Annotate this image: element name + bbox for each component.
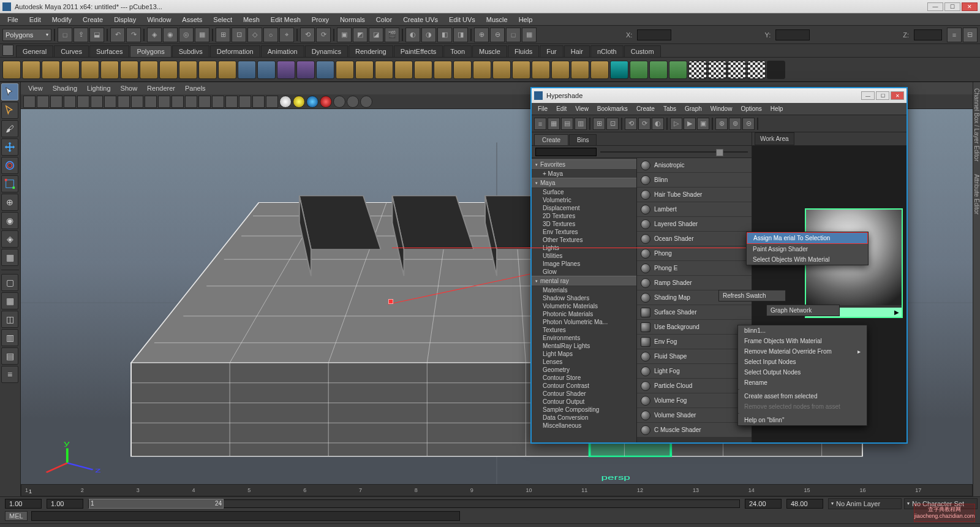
ctx-frame-objects-item[interactable]: Frame Objects With Material xyxy=(738,336,867,346)
view-toolbar-icon[interactable] xyxy=(145,96,157,108)
shelf-icon[interactable] xyxy=(473,61,491,79)
hs-menu-tabs[interactable]: Tabs xyxy=(660,104,680,113)
shelf-tab-deformation[interactable]: Deformation xyxy=(210,45,260,57)
hs-menu-window[interactable]: Window xyxy=(707,104,736,113)
shelf-icon[interactable] xyxy=(649,61,668,79)
tree-item[interactable]: Textures xyxy=(532,326,636,334)
shelf-options-icon[interactable] xyxy=(2,45,13,56)
shelf-icon[interactable] xyxy=(140,61,158,79)
tree-item[interactable]: Volumetric xyxy=(532,196,636,204)
shader-item[interactable]: Env Fog xyxy=(637,335,752,349)
tree-item[interactable]: Image Planes xyxy=(532,260,636,268)
shelf-icon[interactable] xyxy=(532,61,550,79)
hs-icon[interactable]: ⊡ xyxy=(606,118,619,130)
shelf-tab-animation[interactable]: Animation xyxy=(261,45,304,57)
shelf-icon[interactable] xyxy=(198,61,217,79)
tree-item[interactable]: Materials xyxy=(532,286,636,294)
render-icon[interactable]: ◪ xyxy=(369,28,383,42)
anim-layer-selector[interactable]: No Anim Layer xyxy=(828,498,902,509)
hs-menu-graph[interactable]: Graph xyxy=(681,104,706,113)
shader-item[interactable]: Light Fog xyxy=(637,364,752,379)
shelf-icon[interactable] xyxy=(610,61,628,79)
menu-display[interactable]: Display xyxy=(109,15,141,25)
shelf-icon[interactable] xyxy=(747,61,766,79)
view-toolbar-icon[interactable] xyxy=(104,96,116,108)
view-toolbar-icon[interactable] xyxy=(320,96,332,108)
shelf-icon[interactable] xyxy=(336,61,354,79)
rotate-tool-icon[interactable] xyxy=(1,157,18,174)
tree-cat[interactable]: Favorites xyxy=(532,159,636,170)
tree-item[interactable]: Utilities xyxy=(532,252,636,260)
ctx-create-asset-item[interactable]: Create asset from selected xyxy=(738,391,867,401)
hypershade-icon-size-slider[interactable] xyxy=(600,151,748,153)
shelf-icon[interactable] xyxy=(512,61,530,79)
four-pane-icon[interactable]: ▦ xyxy=(1,292,18,309)
view-toolbar-icon[interactable] xyxy=(252,96,265,108)
render-icon[interactable]: ◩ xyxy=(353,28,368,42)
hs-tab-create[interactable]: Create xyxy=(534,134,568,145)
shelf-tab-polygons[interactable]: Polygons xyxy=(130,45,171,57)
hs-menu-bookmarks[interactable]: Bookmarks xyxy=(594,104,631,113)
shader-item[interactable]: Volume Shader xyxy=(637,408,752,423)
two-pane-icon[interactable]: ◫ xyxy=(1,311,18,328)
hypershade-maximize[interactable]: ☐ xyxy=(876,91,889,100)
shelf-icon[interactable] xyxy=(277,61,295,79)
shelf-tab-toon[interactable]: Toon xyxy=(443,45,472,57)
snap-icon[interactable]: ◇ xyxy=(247,28,262,42)
x-input[interactable] xyxy=(637,29,671,40)
shelf-icon[interactable] xyxy=(728,61,746,79)
menu-create-uvs[interactable]: Create UVs xyxy=(398,15,443,25)
shelf-icon[interactable] xyxy=(453,61,472,79)
tree-cat[interactable]: Maya xyxy=(532,178,636,188)
hs-icon[interactable]: ≡ xyxy=(534,118,546,130)
window-minimize[interactable]: — xyxy=(927,2,943,11)
hs-icon[interactable]: ⊛ xyxy=(715,118,728,130)
ctx-help-item[interactable]: Help on "blinn" xyxy=(738,415,867,425)
show-manip-tool-icon[interactable]: ◈ xyxy=(1,230,18,248)
shelf-tab-rendering[interactable]: Rendering xyxy=(349,45,393,57)
ctx-select-input-item[interactable]: Select Input Nodes xyxy=(738,357,867,367)
view-toolbar-icon[interactable] xyxy=(77,96,89,108)
channel-box-tab[interactable]: Channel Box / Layer Editor xyxy=(973,88,980,162)
tree-item[interactable]: Sample Compositing xyxy=(532,406,636,414)
single-pane-icon[interactable]: ▢ xyxy=(1,274,18,291)
scale-tool-icon[interactable] xyxy=(1,175,18,192)
paint-assign-shader-item[interactable]: Paint Assign Shader xyxy=(747,244,868,254)
tree-item[interactable]: Lenses xyxy=(532,358,636,366)
script-lang-toggle[interactable]: MEL xyxy=(5,511,28,521)
shelf-icon[interactable] xyxy=(296,61,315,79)
snap-icon[interactable]: ⌖ xyxy=(279,28,294,42)
hs-icon[interactable]: ⊚ xyxy=(729,118,741,130)
shader-item[interactable]: Blinn xyxy=(637,173,752,188)
menu-color[interactable]: Color xyxy=(371,15,397,25)
shelf-icon[interactable] xyxy=(414,61,432,79)
hs-icon[interactable]: ⊝ xyxy=(742,118,755,130)
view-toolbar-icon[interactable] xyxy=(91,96,103,108)
tree-item[interactable]: Miscellaneous xyxy=(532,422,636,430)
window-close[interactable]: ✕ xyxy=(962,2,978,11)
view-menu-view[interactable]: View xyxy=(24,83,47,93)
shelf-icon[interactable] xyxy=(590,61,609,79)
render-icon[interactable]: 🎬 xyxy=(385,28,399,42)
hs-menu-options[interactable]: Options xyxy=(737,104,765,113)
render-icon[interactable]: ▣ xyxy=(337,28,352,42)
shelf-icon[interactable] xyxy=(551,61,570,79)
menu-muscle[interactable]: Muscle xyxy=(481,15,513,25)
context-menu-main[interactable]: blinn1... Frame Objects With Material Re… xyxy=(737,325,867,426)
right-sidebar-tabs[interactable]: Channel Box / Layer Editor Attribute Edi… xyxy=(973,82,980,496)
view-toolbar-icon[interactable] xyxy=(212,96,224,108)
view-menu-lighting[interactable]: Lighting xyxy=(83,83,115,93)
hs-icon[interactable]: ◐ xyxy=(652,118,664,130)
shelf-icon[interactable] xyxy=(434,61,452,79)
range-start2-input[interactable]: 1.00 xyxy=(47,499,83,509)
menu-proxy[interactable]: Proxy xyxy=(307,15,334,25)
menu-assets[interactable]: Assets xyxy=(177,15,207,25)
tree-cat[interactable]: mental ray xyxy=(532,276,636,286)
shader-item[interactable]: Phong xyxy=(637,246,752,261)
misc-icon[interactable]: ◨ xyxy=(453,28,468,42)
misc-icon[interactable]: ◐ xyxy=(405,28,420,42)
assign-material-to-selection-item[interactable]: Assign Ma erial To Selection xyxy=(747,232,868,244)
menu-edit[interactable]: Edit xyxy=(24,15,46,25)
view-toolbar-icon[interactable] xyxy=(306,96,318,108)
history-icon[interactable]: ⟳ xyxy=(316,28,331,42)
